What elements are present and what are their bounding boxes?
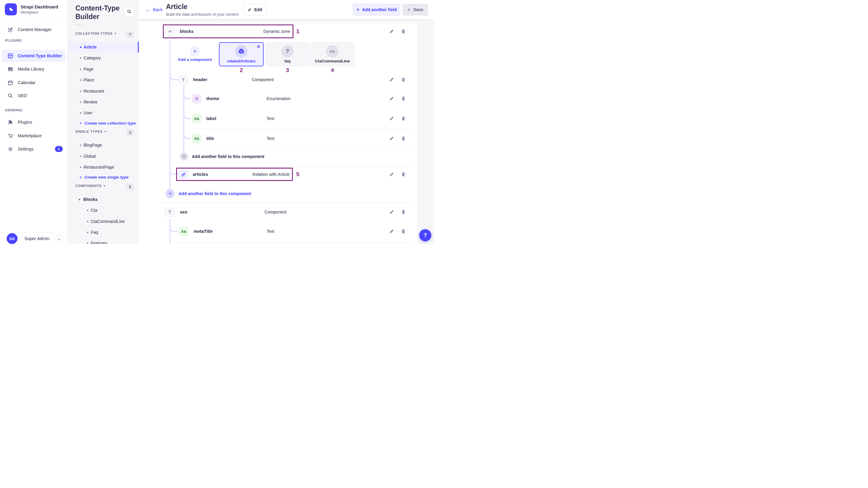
edit-pencil-icon[interactable] [389, 116, 394, 121]
item-label: CtaCommandLine [91, 219, 125, 224]
delete-trash-icon[interactable] [401, 116, 406, 121]
components-section[interactable]: COMPONENTS ▾ [75, 184, 105, 188]
add-field-to-component-label[interactable]: Add another field to this component [179, 191, 251, 196]
delete-trash-icon[interactable] [401, 229, 406, 234]
delete-trash-icon[interactable] [401, 172, 406, 177]
component-card-ctacommandline[interactable]: <> CtaCommandLine [311, 42, 354, 66]
add-field-to-component-button[interactable]: + [180, 153, 188, 160]
plus-icon: + [79, 175, 82, 179]
component-group-blocks[interactable]: ▾Blocks [68, 194, 139, 205]
component-card-relatedarticles[interactable]: ✕ relatedArticles [219, 42, 264, 66]
field-type: Relation with Article [252, 172, 289, 177]
sidebar-item-label: Plugins [18, 120, 32, 125]
content-type-builder-panel: Content-Type Builder COLLECTION TYPES ▾ … [68, 0, 139, 244]
field-name: header [193, 77, 208, 82]
add-component-label[interactable]: Add a component [172, 57, 217, 62]
sidebar-item-place[interactable]: Place [68, 74, 139, 85]
edit-pencil-icon[interactable] [389, 77, 394, 82]
item-label: BlogPage [84, 143, 102, 148]
sidebar-item-review[interactable]: Review [68, 96, 139, 108]
component-card-faq[interactable]: ? faq [266, 42, 309, 66]
sidebar-item-plugins[interactable]: Plugins [2, 116, 65, 128]
sidebar-item-article[interactable]: Article [68, 42, 139, 53]
plus-icon: + [183, 154, 185, 159]
sidebar-item-global[interactable]: Global [68, 151, 139, 162]
avatar[interactable]: SA [7, 233, 18, 244]
plus-icon: + [79, 121, 82, 125]
question-icon: ? [281, 45, 294, 58]
collection-count-badge: 7 [126, 31, 134, 38]
sidebar-item-content-manager[interactable]: Content Manager [2, 24, 65, 36]
create-single-type-link[interactable]: +Create new single type [68, 172, 139, 182]
sidebar-item-content-type-builder[interactable]: Content-Type Builder [2, 50, 65, 62]
sidebar-item-label: Marketplace [18, 133, 42, 138]
pencil-icon [248, 8, 251, 12]
add-component-button[interactable]: + [190, 46, 200, 56]
sidebar-item-faq[interactable]: Faq [68, 227, 139, 238]
delete-trash-icon[interactable] [401, 136, 406, 141]
add-field-to-component-label[interactable]: Add another field to this component [192, 154, 264, 159]
create-collection-type-link[interactable]: +Create new collection type [68, 118, 139, 128]
brand-text: Strapi Dashboard Workplace [21, 4, 58, 14]
bullet-icon [80, 145, 82, 146]
bullet-icon [80, 166, 82, 168]
close-icon[interactable]: ✕ [256, 44, 260, 50]
bullet-icon [87, 243, 88, 244]
field-name: title [206, 136, 214, 141]
relation-link-icon [179, 170, 188, 179]
collapse-sidebar-button[interactable]: ‹ [56, 235, 62, 242]
add-field-to-component-button[interactable]: + [165, 189, 175, 198]
collection-types-section[interactable]: COLLECTION TYPES ▾ [75, 32, 116, 35]
edit-pencil-icon[interactable] [389, 210, 394, 215]
settings-notification-badge: 1 [55, 146, 63, 152]
delete-trash-icon[interactable] [401, 29, 406, 34]
item-label: Features [91, 241, 107, 244]
component-name: faq [266, 59, 309, 63]
edit-button[interactable]: Edit [243, 4, 267, 16]
layout-grid-icon [7, 53, 13, 59]
sidebar-item-restaurant[interactable]: Restaurant [68, 86, 139, 96]
cart-icon [7, 133, 13, 139]
divider [175, 242, 414, 243]
sidebar-item-marketplace[interactable]: Marketplace [2, 130, 65, 142]
sidebar-item-blogpage[interactable]: BlogPage [68, 140, 139, 151]
gear-icon [7, 146, 13, 152]
single-types-section[interactable]: SINGLE TYPES ▾ [75, 130, 106, 133]
row-actions [389, 116, 406, 121]
annotation-number: 2 [219, 67, 264, 73]
sidebar-item-user[interactable]: User [68, 108, 139, 118]
page-header: ← Back Article Build the data architectu… [139, 0, 434, 19]
delete-trash-icon[interactable] [401, 77, 406, 82]
workspace-switcher[interactable]: Strapi Dashboard Workplace [5, 3, 58, 16]
edit-pencil-icon[interactable] [389, 229, 394, 234]
help-button[interactable]: ? [419, 229, 431, 241]
sidebar-item-cta[interactable]: Cta [68, 205, 139, 216]
save-button[interactable]: ✓ Save [403, 4, 428, 16]
edit-pencil-icon[interactable] [389, 136, 394, 141]
edit-pencil-icon[interactable] [389, 172, 394, 177]
field-name: articles [193, 172, 208, 177]
sidebar-item-ctacommandline[interactable]: CtaCommandLine [68, 216, 139, 227]
sidebar-item-page[interactable]: Page [68, 64, 139, 74]
sidebar-item-restaurantpage[interactable]: RestaurantPage [68, 162, 139, 173]
sidebar-item-features[interactable]: Features [68, 238, 139, 244]
add-another-field-button[interactable]: + Add another field [353, 4, 400, 16]
sidebar-item-media-library[interactable]: Media Library [2, 63, 65, 75]
search-button[interactable] [124, 6, 134, 17]
check-icon: ✓ [407, 7, 411, 12]
sidebar-item-label: Content Manager [18, 27, 52, 32]
bullet-icon [80, 101, 82, 103]
edit-pencil-icon[interactable] [389, 96, 394, 101]
back-button[interactable]: ← Back [145, 0, 162, 19]
edit-pencil-icon[interactable] [389, 29, 394, 34]
main-sidebar: Strapi Dashboard Workplace Content Manag… [0, 0, 68, 244]
sidebar-item-calendar[interactable]: Calendar [2, 77, 65, 89]
sidebar-item-label: Media Library [18, 67, 44, 71]
sidebar-item-label: Settings [18, 147, 33, 151]
bullet-icon [80, 68, 82, 70]
sidebar-item-category[interactable]: Category [68, 53, 139, 63]
delete-trash-icon[interactable] [401, 210, 406, 215]
sidebar-item-seo[interactable]: SEO [2, 90, 65, 102]
delete-trash-icon[interactable] [401, 96, 406, 101]
app-root: Strapi Dashboard Workplace Content Manag… [0, 0, 434, 244]
